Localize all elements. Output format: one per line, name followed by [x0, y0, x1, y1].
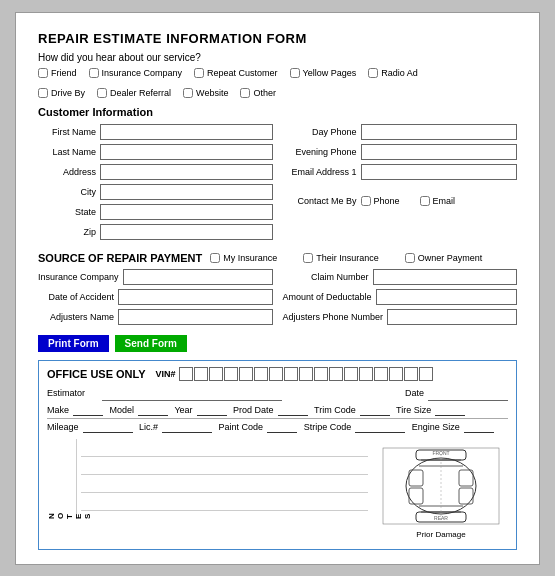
last-name-label: Last Name — [38, 147, 100, 157]
adjuster-name-label: Adjusters Name — [38, 312, 118, 322]
zip-label: Zip — [38, 227, 100, 237]
last-name-row: Last Name — [38, 144, 273, 160]
checkbox-phone[interactable]: Phone — [361, 196, 400, 206]
first-name-row: First Name — [38, 124, 273, 140]
checkbox-other[interactable]: Other — [240, 88, 276, 98]
day-phone-input[interactable] — [361, 124, 518, 140]
first-name-label: First Name — [38, 127, 100, 137]
adjuster-phone-input[interactable] — [387, 309, 517, 325]
checkbox-email[interactable]: Email — [420, 196, 456, 206]
prior-damage-label: Prior Damage — [376, 530, 506, 539]
mileage-label: Mileage — [47, 422, 79, 432]
contact-me-label: Contact Me By — [283, 196, 361, 206]
prod-date-field — [278, 405, 308, 416]
date-accident-row: Date of Accident — [38, 289, 273, 305]
deductable-row: Amount of Deductable — [283, 289, 518, 305]
vin-cell-3[interactable] — [209, 367, 223, 381]
engine-size-field — [464, 422, 494, 433]
make-label: Make — [47, 405, 69, 415]
vin-cell-2[interactable] — [194, 367, 208, 381]
checkbox-friend[interactable]: Friend — [38, 68, 77, 78]
email1-input[interactable] — [361, 164, 518, 180]
customer-info-section: Customer Information First Name Last Nam… — [38, 106, 517, 244]
stripe-code-label: Stripe Code — [304, 422, 352, 432]
vin-cell-4[interactable] — [224, 367, 238, 381]
vin-label: VIN# — [156, 369, 176, 379]
address-input[interactable] — [100, 164, 273, 180]
city-input[interactable] — [100, 184, 273, 200]
mileage-row: Mileage Lic.# Paint Code Stripe Code Eng… — [47, 422, 508, 435]
evening-phone-input[interactable] — [361, 144, 518, 160]
checkboxes-row1: Friend Insurance Company Repeat Customer… — [38, 68, 517, 78]
checkbox-dealer-referral[interactable]: Dealer Referral — [97, 88, 171, 98]
date-accident-input[interactable] — [118, 289, 273, 305]
date-row: Date — [405, 386, 508, 401]
mileage-field — [83, 422, 133, 433]
notes-label-area: NOTES — [47, 439, 77, 519]
contact-me-row: Contact Me By Phone Email — [283, 196, 518, 206]
payment-section: SOURCE OF REPAIR PAYMENT My Insurance Th… — [38, 252, 517, 329]
lic-field — [162, 422, 212, 433]
vin-cells — [179, 367, 433, 381]
prod-date-label: Prod Date — [233, 405, 274, 415]
checkbox-owner-payment[interactable]: Owner Payment — [405, 253, 483, 263]
vin-cell-8[interactable] — [284, 367, 298, 381]
vin-cell-6[interactable] — [254, 367, 268, 381]
vin-cell-11[interactable] — [329, 367, 343, 381]
model-field — [138, 405, 168, 416]
city-label: City — [38, 187, 100, 197]
make-model-row: Make Model Year Prod Date Trim Code Tire… — [47, 405, 508, 419]
paint-code-label: Paint Code — [219, 422, 264, 432]
vin-cell-9[interactable] — [299, 367, 313, 381]
date-input[interactable] — [428, 386, 508, 401]
adjuster-name-input[interactable] — [118, 309, 273, 325]
paint-code-field — [267, 422, 297, 433]
vin-cell-12[interactable] — [344, 367, 358, 381]
vin-cell-16[interactable] — [404, 367, 418, 381]
email1-label: Email Address 1 — [283, 167, 361, 177]
tire-size-field — [435, 405, 465, 416]
first-name-input[interactable] — [100, 124, 273, 140]
city-row: City — [38, 184, 273, 200]
last-name-input[interactable] — [100, 144, 273, 160]
checkbox-radio-ad[interactable]: Radio Ad — [368, 68, 418, 78]
lic-label: Lic.# — [139, 422, 158, 432]
checkbox-their-insurance[interactable]: Their Insurance — [303, 253, 379, 263]
insurance-company-input[interactable] — [123, 269, 273, 285]
zip-input[interactable] — [100, 224, 273, 240]
tire-size-label: Tire Size — [396, 405, 431, 415]
notes-line-2 — [81, 457, 368, 475]
svg-rect-5 — [459, 470, 473, 486]
checkbox-website[interactable]: Website — [183, 88, 228, 98]
vin-cell-1[interactable] — [179, 367, 193, 381]
estimator-label: Estimator — [47, 388, 102, 398]
svg-rect-7 — [459, 488, 473, 504]
vin-cell-14[interactable] — [374, 367, 388, 381]
checkbox-drive-by[interactable]: Drive By — [38, 88, 85, 98]
checkboxes-row2: Drive By Dealer Referral Website Other — [38, 88, 517, 98]
claim-number-input[interactable] — [373, 269, 518, 285]
checkbox-insurance-company[interactable]: Insurance Company — [89, 68, 183, 78]
page-title: REPAIR ESTIMATE INFORMATION FORM — [38, 31, 517, 46]
print-button[interactable]: Print Form — [38, 335, 109, 352]
vin-cell-15[interactable] — [389, 367, 403, 381]
checkbox-yellow-pages[interactable]: Yellow Pages — [290, 68, 357, 78]
send-button[interactable]: Send Form — [115, 335, 187, 352]
payment-right: Claim Number Amount of Deductable Adjust… — [283, 269, 518, 329]
payment-title-row: SOURCE OF REPAIR PAYMENT My Insurance Th… — [38, 252, 517, 264]
vin-cell-17[interactable] — [419, 367, 433, 381]
vin-cell-13[interactable] — [359, 367, 373, 381]
adjuster-phone-label: Adjusters Phone Number — [283, 312, 388, 322]
day-phone-row: Day Phone — [283, 124, 518, 140]
checkbox-my-insurance[interactable]: My Insurance — [210, 253, 277, 263]
vin-cell-5[interactable] — [239, 367, 253, 381]
car-diagram: FRONT REAR Prior Damage — [376, 446, 506, 539]
notes-line-4 — [81, 493, 368, 511]
checkbox-repeat-customer[interactable]: Repeat Customer — [194, 68, 278, 78]
state-input[interactable] — [100, 204, 273, 220]
office-header: OFFICE USE ONLY VIN# — [47, 367, 508, 381]
vin-cell-10[interactable] — [314, 367, 328, 381]
vin-cell-7[interactable] — [269, 367, 283, 381]
deductable-input[interactable] — [376, 289, 517, 305]
estimator-input[interactable] — [102, 386, 282, 401]
